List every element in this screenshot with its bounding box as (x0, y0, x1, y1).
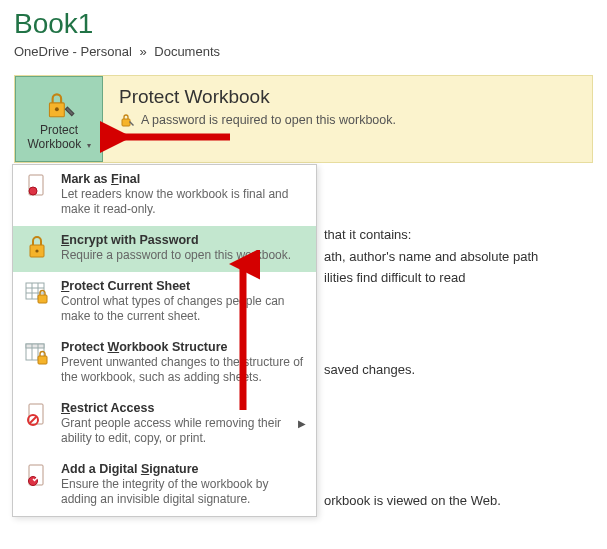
document-final-icon (23, 172, 51, 217)
menu-item-add-digital-signature[interactable]: Add a Digital Signature Ensure the integ… (13, 455, 316, 516)
signature-icon (23, 462, 51, 507)
lock-small-icon (119, 112, 135, 128)
workbook-lock-icon (23, 340, 51, 385)
breadcrumb-folder[interactable]: Documents (154, 44, 220, 59)
menu-item-mark-as-final[interactable]: Mark as Final Let readers know the workb… (13, 165, 316, 226)
protect-workbook-label: Protect Workbook (27, 124, 90, 152)
menu-desc: Grant people access while removing their… (61, 416, 284, 446)
lock-key-icon (42, 88, 76, 122)
banner-title: Protect Workbook (119, 86, 396, 108)
svg-rect-2 (122, 119, 130, 126)
breadcrumb-sep: » (139, 44, 146, 59)
svg-point-1 (55, 108, 59, 112)
svg-point-4 (29, 187, 37, 195)
breadcrumb: OneDrive - Personal » Documents (14, 44, 593, 59)
breadcrumb-location[interactable]: OneDrive - Personal (14, 44, 132, 59)
lock-icon (23, 233, 51, 263)
sheet-lock-icon (23, 279, 51, 324)
svg-rect-12 (38, 295, 47, 303)
menu-desc: Let readers know the workbook is final a… (61, 187, 306, 217)
menu-desc: Ensure the integrity of the workbook by … (61, 477, 306, 507)
banner-subtitle: A password is required to open this work… (141, 113, 396, 127)
protect-workbook-button[interactable]: Protect Workbook (15, 76, 103, 162)
menu-desc: Require a password to open this workbook… (61, 248, 306, 263)
menu-desc: Prevent unwanted changes to the structur… (61, 355, 306, 385)
protect-workbook-banner: Protect Workbook Protect Workbook A pass… (14, 75, 593, 163)
protect-workbook-menu: Mark as Final Let readers know the workb… (12, 164, 317, 517)
svg-point-6 (35, 249, 38, 252)
background-info-text: that it contains: ath, author's name and… (324, 225, 594, 513)
restrict-icon (23, 401, 51, 446)
page-title: Book1 (14, 8, 593, 40)
menu-item-encrypt-with-password[interactable]: Encrypt with Password Require a password… (13, 226, 316, 272)
menu-item-protect-workbook-structure[interactable]: Protect Workbook Structure Prevent unwan… (13, 333, 316, 394)
svg-point-22 (29, 477, 38, 486)
svg-rect-17 (38, 356, 47, 364)
svg-rect-14 (26, 344, 44, 348)
menu-item-protect-current-sheet[interactable]: Protect Current Sheet Control what types… (13, 272, 316, 333)
menu-item-restrict-access[interactable]: Restrict Access Grant people access whil… (13, 394, 316, 455)
menu-desc: Control what types of changes people can… (61, 294, 306, 324)
submenu-arrow-icon: ▶ (294, 418, 306, 429)
